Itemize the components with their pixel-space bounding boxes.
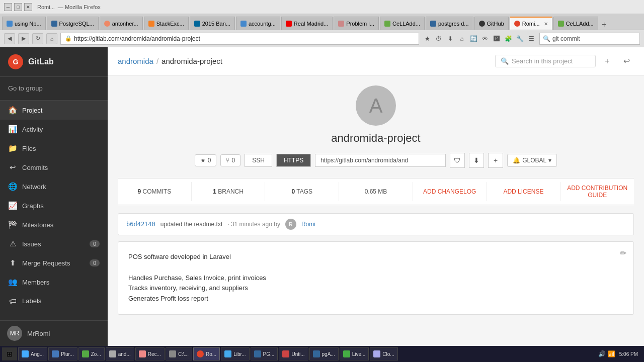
reader-icon[interactable]: 👁	[480, 34, 490, 44]
branches-stat[interactable]: 1 BRANCH	[192, 182, 266, 201]
avatar: MR	[7, 326, 22, 341]
minimize-btn[interactable]: ─	[4, 3, 12, 11]
commits-icon: ↩	[8, 163, 17, 172]
ssh-button[interactable]: SSH	[245, 154, 272, 167]
sidebar-item-merge-requests[interactable]: ⬆ Merge Requests 0	[0, 253, 108, 273]
tab-7[interactable]: Problem l...	[334, 17, 379, 30]
size-stat: 0.65 MB	[339, 182, 413, 201]
taskbar-item-5[interactable]: C:\...	[166, 347, 192, 360]
sidebar-user[interactable]: MR MrRomi	[0, 320, 108, 346]
system-icon-network[interactable]: 📶	[608, 350, 615, 357]
back-btn[interactable]: ◀	[4, 33, 15, 44]
menu-icon[interactable]: ☰	[526, 34, 536, 44]
sidebar-logo[interactable]: G GitLab	[0, 47, 108, 77]
pocket-icon[interactable]: 🅿	[492, 34, 502, 44]
tab-romi-active[interactable]: Romi... ✕	[510, 17, 552, 30]
sidebar-item-issues[interactable]: ⚠ Issues 0	[0, 234, 108, 253]
browser-search-box[interactable]: 🔍 git commit	[539, 33, 640, 45]
breadcrumb-separator: /	[156, 57, 158, 65]
start-button[interactable]: ⊞	[2, 347, 17, 360]
maximize-btn[interactable]: □	[14, 3, 22, 11]
bookmark-icon[interactable]: ★	[422, 34, 432, 44]
extensions-icon[interactable]: 🔧	[515, 34, 525, 44]
add-file-btn[interactable]: +	[488, 153, 503, 168]
commits-stat[interactable]: 9 COMMITS	[118, 182, 192, 201]
tab-celladd[interactable]: CeLLAdd...	[553, 17, 598, 30]
add-contribution-btn[interactable]: ADD CONTRIBUTION GUIDE	[560, 178, 634, 205]
taskbar-item-unti[interactable]: Unti...	[279, 347, 308, 360]
tab-3[interactable]: StackExc...	[144, 17, 189, 30]
close-btn[interactable]: ✕	[24, 3, 32, 11]
taskbar-item-libr[interactable]: Libr...	[221, 347, 249, 360]
download-icon[interactable]: ⬇	[445, 34, 455, 44]
address-bar[interactable]: 🔒 https://gitlab.com/andromida/andromida…	[60, 33, 419, 45]
new-tab-btn[interactable]: +	[599, 20, 609, 30]
shield-icon[interactable]: 🛡	[450, 153, 465, 168]
breadcrumb-project: andromida-project	[162, 57, 222, 65]
tab-2[interactable]: antonher...	[100, 17, 143, 30]
star-count: 0	[208, 157, 211, 164]
taskbar-item-pg[interactable]: PG...	[251, 347, 278, 360]
reload-btn[interactable]: ↻	[32, 33, 43, 44]
tab-10[interactable]: GitHub	[474, 17, 509, 30]
taskbar-item-clo[interactable]: Clo...	[370, 347, 397, 360]
tab-0[interactable]: using Np...	[2, 17, 46, 30]
taskbar-item-3[interactable]: and...	[106, 347, 134, 360]
search-project-box[interactable]: 🔍 Search in this project	[495, 55, 596, 67]
tab-4[interactable]: 2015 Ban...	[190, 17, 235, 30]
taskbar-item-romi[interactable]: Ro...	[193, 347, 220, 360]
project-main: A andromida-project ★ 0 ⑂ 0 SSH HTTPS 🛡 …	[108, 75, 644, 325]
star-icon: ★	[200, 157, 206, 164]
sidebar-item-activity[interactable]: 📊 Activity	[0, 120, 108, 139]
sidebar-label-merge-requests: Merge Requests	[22, 259, 70, 267]
add-license-btn[interactable]: ADD LICENSE	[487, 182, 561, 201]
taskbar-right: 🔊 📶 5:06 PM	[598, 350, 642, 357]
sync-icon[interactable]: 🔄	[468, 34, 478, 44]
sidebar-item-labels[interactable]: 🏷 Labels	[0, 292, 108, 310]
signout-btn[interactable]: ↩	[619, 54, 634, 69]
taskbar-item-pga[interactable]: pgA...	[309, 347, 339, 360]
add-changelog-btn[interactable]: ADD CHANGELOG	[413, 182, 487, 201]
system-icon-sound[interactable]: 🔊	[598, 350, 606, 357]
fork-button[interactable]: ⑂ 0	[220, 154, 240, 166]
home-btn[interactable]: ⌂	[46, 33, 57, 44]
tags-stat[interactable]: 0 TAGS	[265, 182, 339, 201]
window-controls[interactable]: ─ □ ✕	[4, 3, 32, 11]
sidebar-item-network[interactable]: 🌐 Network	[0, 177, 108, 196]
home-icon[interactable]: ⌂	[457, 34, 467, 44]
taskbar-item-1[interactable]: Plur...	[48, 347, 77, 360]
star-button[interactable]: ★ 0	[195, 154, 217, 166]
tab-1[interactable]: PostgreSQL...	[47, 17, 99, 30]
sidebar-item-commits[interactable]: ↩ Commits	[0, 158, 108, 177]
sidebar-item-files[interactable]: 📁 Files	[0, 139, 108, 158]
download-repo-btn[interactable]: ⬇	[469, 153, 484, 168]
taskbar-item-0[interactable]: Ang...	[18, 347, 47, 360]
edit-readme-btn[interactable]: ✏	[620, 247, 626, 260]
add-btn[interactable]: +	[600, 54, 615, 69]
tab-6[interactable]: Real Madrid...	[281, 17, 333, 30]
sidebar-item-milestones[interactable]: 🏁 Milestones	[0, 215, 108, 234]
tab-8[interactable]: CeLLAdd...	[380, 17, 425, 30]
sidebar-item-members[interactable]: 👥 Members	[0, 273, 108, 292]
commit-author-name[interactable]: Romi	[301, 221, 315, 228]
https-button[interactable]: HTTPS	[276, 154, 311, 167]
sidebar-item-graphs[interactable]: 📈 Graphs	[0, 196, 108, 215]
global-btn[interactable]: 🔔 GLOBAL ▾	[507, 154, 557, 167]
addons-icon[interactable]: 🧩	[503, 34, 513, 44]
last-commit-row: b6d42140 updated the readme.txt · 31 min…	[118, 213, 634, 235]
browser-tabs-bar: using Np... PostgreSQL... antonher... St…	[0, 14, 644, 30]
taskbar-item-live[interactable]: Live...	[340, 347, 369, 360]
tab-5[interactable]: accountg...	[236, 17, 280, 30]
url-row: ★ 0 ⑂ 0 SSH HTTPS 🛡 ⬇ + 🔔 GLOBAL ▾	[195, 153, 557, 168]
forward-btn[interactable]: ▶	[18, 33, 29, 44]
taskbar-item-2[interactable]: Zo...	[78, 347, 105, 360]
fork-count: 0	[231, 157, 235, 164]
breadcrumb-user[interactable]: andromida	[118, 57, 153, 65]
taskbar-item-4[interactable]: Rec...	[135, 347, 165, 360]
sidebar-item-project[interactable]: 🏠 Project	[0, 101, 108, 120]
tab-9[interactable]: postgres d...	[426, 17, 473, 30]
commit-hash[interactable]: b6d42140	[126, 221, 155, 228]
repo-url-input[interactable]	[315, 154, 446, 167]
history-icon[interactable]: ⏱	[434, 34, 444, 44]
go-to-group-link[interactable]: Go to group	[0, 77, 108, 101]
